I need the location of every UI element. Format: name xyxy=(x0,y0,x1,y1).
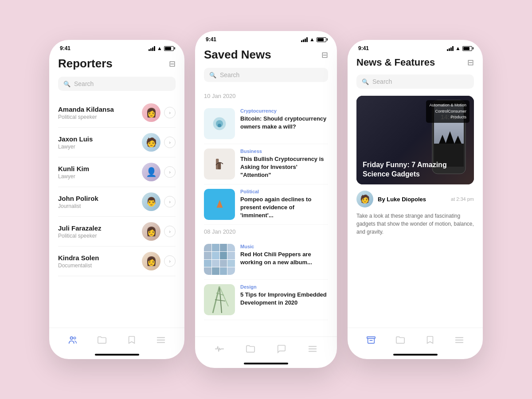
reporters-list: Amanda Kildansa Political speeker 👩 › Ja… xyxy=(58,98,176,324)
reporter-item-0[interactable]: Amanda Kildansa Political speeker 👩 › xyxy=(58,98,176,128)
nav-reporters-bookmark[interactable] xyxy=(123,333,140,347)
reporter-role-2: Lawyer xyxy=(58,173,142,180)
reporter-role-4: Political speeker xyxy=(58,233,142,239)
news-thumb-1 xyxy=(204,149,235,180)
time-2: 9:41 xyxy=(206,36,216,43)
reporter-name-1: Jaxon Luis xyxy=(58,135,142,143)
reporter-arrow-1[interactable]: › xyxy=(164,137,176,148)
folder-icon-1 xyxy=(97,335,107,345)
reporter-role-3: Journalist xyxy=(58,203,142,209)
reporter-arrow-5[interactable]: › xyxy=(164,255,176,267)
nav-news-menu[interactable] xyxy=(451,333,468,347)
home-indicator-2 xyxy=(195,359,337,368)
news-title-0: Bitcoin: Should cryptocurrency owners ma… xyxy=(240,115,328,131)
reporter-arrow-3[interactable]: › xyxy=(164,196,176,207)
nav-saved-menu[interactable] xyxy=(304,342,321,356)
news-item-2[interactable]: Political Pompeo again declines to prese… xyxy=(204,184,328,225)
news-item-0[interactable]: Cryptocurrency Bitcoin: Should cryptocur… xyxy=(204,104,328,144)
news-title-1: This Bullish Cryptocurrency is Asking fo… xyxy=(240,155,328,180)
saved-news-filter-icon[interactable]: ⊟ xyxy=(321,50,328,60)
news-features-title: News & Features xyxy=(356,57,435,68)
time-3: 9:41 xyxy=(358,45,369,51)
status-icons-2: ▲ xyxy=(301,36,326,43)
pulse-icon xyxy=(215,344,224,354)
saved-news-header: Saved News ⊟ xyxy=(204,48,328,62)
svg-marker-10 xyxy=(216,200,223,208)
phones-container: 9:41 ▲ Reporters ⊟ 🔍 Search xyxy=(0,13,532,386)
reporters-search-bar[interactable]: 🔍 Search xyxy=(58,77,176,91)
saved-news-bottom-nav xyxy=(195,336,337,359)
saved-news-search-placeholder: Search xyxy=(220,71,239,78)
reporter-item-3[interactable]: John Polirok Journalist 👨 › xyxy=(58,187,176,217)
reporters-search-placeholder: Search xyxy=(74,80,94,87)
nav-saved-folder[interactable] xyxy=(242,342,259,356)
time-1: 9:41 xyxy=(60,45,70,51)
saved-news-search-bar[interactable]: 🔍 Search xyxy=(204,68,328,82)
news-thumb-0 xyxy=(204,108,235,139)
svg-point-7 xyxy=(218,124,221,127)
wifi-icon-2: ▲ xyxy=(309,36,315,43)
design-icon xyxy=(208,284,231,315)
reporter-item-1[interactable]: Jaxon Luis Lawyer 🧑 › xyxy=(58,128,176,157)
news-thumb-2 xyxy=(204,189,235,220)
news-category-0: Cryptocurrency xyxy=(240,108,328,113)
author-avatar: 🧑 xyxy=(356,191,373,207)
reporters-bottom-nav xyxy=(49,328,184,350)
featured-title: Friday Funny: 7 Amazing Science Gadgets xyxy=(363,160,468,179)
reporter-name-2: Kunli Kim xyxy=(58,165,142,172)
reporter-item-2[interactable]: Kunli Kim Lawyer 👤 › xyxy=(58,157,176,187)
svg-rect-9 xyxy=(218,162,221,169)
svg-rect-28 xyxy=(367,337,375,339)
battery-icon-3 xyxy=(462,46,472,51)
signal-icon-1 xyxy=(149,46,155,51)
svg-point-0 xyxy=(70,337,73,340)
reporter-arrow-4[interactable]: › xyxy=(164,226,176,237)
phone-saved-news: 9:41 ▲ Saved News ⊟ 🔍 Search 10 J xyxy=(195,31,337,368)
news-thumb-4 xyxy=(204,284,235,315)
news-item-1[interactable]: Business This Bullish Cryptocurrency is … xyxy=(204,144,328,184)
nav-reporters-folder[interactable] xyxy=(94,333,110,347)
nav-reporters-people[interactable] xyxy=(64,333,81,347)
reporter-item-4[interactable]: Juli Farazalez Political speeker 👩 › xyxy=(58,217,176,246)
people-icon xyxy=(68,335,78,345)
bookmark-icon-3 xyxy=(425,335,435,345)
reporters-header: Reporters ⊟ xyxy=(58,57,176,70)
reporter-name-3: John Polirok xyxy=(58,195,142,202)
featured-card[interactable]: 14:42 Automation & MotionControlConsumer… xyxy=(356,96,474,184)
status-icons-3: ▲ xyxy=(447,45,472,51)
reporter-avatar-2: 👤 xyxy=(142,163,160,181)
news-item-4[interactable]: Design 5 Tips for Improving Embedded Dev… xyxy=(204,280,328,320)
status-icons-1: ▲ xyxy=(149,45,174,51)
date-section-0: 10 Jan 2020 xyxy=(204,93,328,99)
news-features-filter-icon[interactable]: ⊟ xyxy=(467,58,474,67)
nav-reporters-menu[interactable] xyxy=(153,333,169,347)
nav-saved-chat[interactable] xyxy=(273,342,290,356)
nav-news-folder[interactable] xyxy=(392,333,409,347)
nav-news-archive[interactable] xyxy=(363,333,379,347)
reporters-filter-icon[interactable]: ⊟ xyxy=(169,59,176,69)
reporter-avatar-5: 👩 xyxy=(142,252,160,270)
reporter-name-5: Kindra Solen xyxy=(58,254,142,262)
featured-title-area: Friday Funny: 7 Amazing Science Gadgets xyxy=(363,160,468,179)
reporter-arrow-2[interactable]: › xyxy=(164,166,176,178)
author-time: at 2:34 pm xyxy=(451,196,474,202)
status-bar-3: 9:41 ▲ xyxy=(348,40,483,53)
reporter-name-0: Amanda Kildansa xyxy=(58,106,142,113)
news-item-3[interactable]: Music Red Hot Chili Peppers are working … xyxy=(204,239,328,280)
news-features-bottom-nav xyxy=(348,328,483,350)
nav-news-bookmark[interactable] xyxy=(422,333,438,347)
chat-icon xyxy=(277,344,286,354)
menu-icon-3 xyxy=(454,335,464,345)
bookmark-icon-1 xyxy=(127,335,137,345)
reporter-arrow-0[interactable]: › xyxy=(164,107,176,118)
news-features-content: News & Features ⊟ 🔍 Search xyxy=(348,53,483,328)
reporter-role-1: Lawyer xyxy=(58,144,142,150)
news-features-search-bar[interactable]: 🔍 Search xyxy=(356,74,474,89)
phone-news-features: 9:41 ▲ News & Features ⊟ 🔍 Search xyxy=(348,40,483,359)
menu-icon-1 xyxy=(156,335,166,345)
news-features-search-icon: 🔍 xyxy=(362,78,369,85)
nav-saved-pulse[interactable] xyxy=(211,342,228,356)
reporter-item-5[interactable]: Kindra Solen Documentalist 👩 › xyxy=(58,246,176,276)
news-features-search-placeholder: Search xyxy=(372,78,392,85)
reporter-name-4: Juli Farazalez xyxy=(58,224,142,232)
